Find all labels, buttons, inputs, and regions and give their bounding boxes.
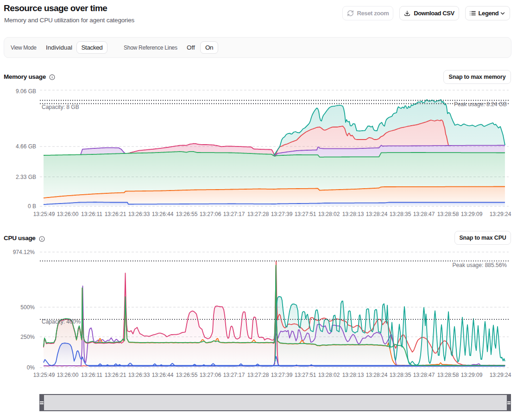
svg-text:13:26:21: 13:26:21 [105,211,126,217]
svg-text:13:28:24: 13:28:24 [366,372,388,378]
svg-text:13:25:49: 13:25:49 [33,372,55,378]
svg-text:13:27:39: 13:27:39 [271,211,293,217]
svg-text:13:25:49: 13:25:49 [33,211,55,217]
svg-text:0 B: 0 B [28,203,36,210]
svg-text:13:26:11: 13:26:11 [81,372,102,378]
svg-text:2.33 GB: 2.33 GB [16,174,36,180]
svg-text:4.66 GB: 4.66 GB [16,143,36,150]
svg-text:13:28:58: 13:28:58 [437,211,459,217]
svg-text:13:28:47: 13:28:47 [413,211,435,217]
svg-text:13:27:17: 13:27:17 [223,211,245,217]
svg-text:13:29:09: 13:29:09 [461,372,483,378]
svg-text:13:26:00: 13:26:00 [57,211,79,217]
svg-text:13:26:33: 13:26:33 [128,372,150,378]
svg-text:13:28:13: 13:28:13 [342,211,364,217]
svg-text:250%: 250% [20,334,35,340]
svg-text:13:28:02: 13:28:02 [318,372,340,378]
svg-text:13:27:28: 13:27:28 [247,211,269,217]
svg-text:13:27:06: 13:27:06 [200,372,221,378]
svg-text:13:27:39: 13:27:39 [271,372,293,378]
svg-text:13:29:24: 13:29:24 [490,211,511,217]
svg-text:13:27:51: 13:27:51 [295,372,316,378]
svg-text:13:28:35: 13:28:35 [390,372,411,378]
svg-text:13:26:33: 13:26:33 [128,211,150,217]
svg-text:13:28:35: 13:28:35 [390,211,411,217]
svg-text:0%: 0% [27,364,35,371]
svg-text:13:28:13: 13:28:13 [342,372,364,378]
svg-text:Peak usage: 8.24 GB: Peak usage: 8.24 GB [454,101,507,108]
svg-text:13:26:11: 13:26:11 [81,211,102,217]
svg-text:13:27:06: 13:27:06 [200,211,221,217]
svg-text:13:26:55: 13:26:55 [176,211,198,217]
svg-text:13:27:17: 13:27:17 [223,372,245,378]
svg-text:974.12%: 974.12% [13,249,35,255]
svg-text:13:28:02: 13:28:02 [318,211,340,217]
svg-text:Capacity: 8 GB: Capacity: 8 GB [42,104,79,110]
svg-text:Peak usage: 885.56%: Peak usage: 885.56% [453,262,507,268]
svg-text:500%: 500% [20,304,35,311]
svg-text:13:26:44: 13:26:44 [152,372,174,378]
svg-text:13:29:09: 13:29:09 [461,211,483,217]
svg-text:13:27:28: 13:27:28 [247,372,269,378]
svg-text:13:26:55: 13:26:55 [176,372,198,378]
svg-text:13:28:47: 13:28:47 [413,372,435,378]
svg-text:13:27:51: 13:27:51 [295,211,316,217]
svg-text:13:26:44: 13:26:44 [152,211,174,217]
svg-text:13:26:00: 13:26:00 [57,372,79,378]
svg-text:13:26:21: 13:26:21 [105,372,126,378]
svg-text:13:28:24: 13:28:24 [366,211,388,217]
svg-text:13:29:24: 13:29:24 [490,372,511,378]
svg-text:Capacity: 400%: Capacity: 400% [42,318,81,325]
svg-text:13:28:58: 13:28:58 [437,372,459,378]
svg-text:9.06 GB: 9.06 GB [16,88,36,95]
